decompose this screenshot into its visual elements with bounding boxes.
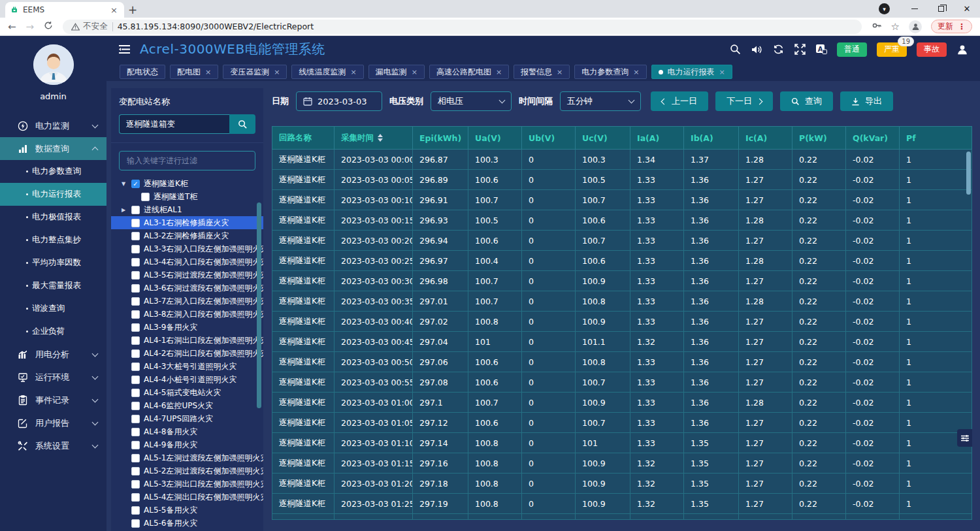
tree-item[interactable]: AL4-7UPS回路火灾 [111,412,263,425]
tree-checkbox[interactable] [131,362,140,371]
back-icon[interactable]: ← [8,21,16,33]
header-cell-Uc(V)[interactable]: Uc(V) [576,127,630,150]
close-window-button[interactable]: ✕ [954,0,980,18]
tab-配电状态[interactable]: 配电状态 [120,65,165,79]
sidebar-item-电力监测[interactable]: 电力监测 [0,114,106,137]
browser-update-button[interactable]: 更新 ⋮ [931,20,972,33]
tab-close-icon[interactable]: × [412,68,417,76]
header-cell-Ia(A)[interactable]: Ia(A) [630,127,684,150]
tree-item[interactable]: AL3-4右洞入口段右侧加强照明火灾 [111,255,263,268]
tree-item[interactable]: AL5-5备用火灾 [111,504,263,517]
tab-线缆温度监测[interactable]: 线缆温度监测× [291,65,363,79]
tab-配电图[interactable]: 配电图× [170,65,218,79]
caret-down-icon[interactable]: ▼ [120,181,127,187]
user-icon[interactable] [956,44,968,56]
hamburger-menu-icon[interactable] [118,44,131,54]
tree-checkbox[interactable] [131,336,140,345]
tree-checkbox[interactable] [131,415,140,423]
query-button[interactable]: 查询 [780,91,833,111]
station-search-input[interactable]: 逐桐隧道箱变 [119,114,229,134]
alarm-badge-accident[interactable]: 事故 [917,42,947,57]
prev-day-button[interactable]: 上一日 [651,91,708,111]
alarm-badge-normal[interactable]: 普通 [837,42,867,57]
tree-checkbox[interactable] [131,284,140,293]
date-picker[interactable]: 2023-03-03 [296,91,382,111]
tree-checkbox[interactable] [131,519,140,528]
station-search-button[interactable] [229,114,255,134]
tree-scrollbar[interactable] [257,202,261,408]
header-cell-Ub(V)[interactable]: Ub(V) [522,127,576,150]
sidebar-subitem-电力运行报表[interactable]: 电力运行报表 [0,183,106,206]
tree-filter-input[interactable]: 输入关键字进行过滤 [119,151,255,170]
refresh-icon[interactable] [772,44,784,56]
tab-报警信息[interactable]: 报警信息× [514,65,570,79]
tree-checkbox[interactable]: ✓ [131,180,140,188]
tree-checkbox[interactable] [131,297,140,306]
header-cell-Pf[interactable]: Pf [900,127,972,150]
sidebar-subitem-电力整点集抄[interactable]: 电力整点集抄 [0,229,106,251]
tree-item[interactable]: ▼✓逐桐隧道K柜 [111,177,263,190]
tab-电力参数查询[interactable]: 电力参数查询× [574,65,646,79]
new-tab-button[interactable]: + [124,2,141,18]
tab-漏电监测[interactable]: 漏电监测× [368,65,425,79]
sidebar-item-系统设置[interactable]: 系统设置 [0,434,106,457]
tree-item[interactable]: AL5-2左洞过渡段右侧加强照明火灾 [111,464,263,477]
next-day-button[interactable]: 下一日 [715,91,773,111]
tree-checkbox[interactable] [131,349,140,358]
header-cell-Ic(A)[interactable]: Ic(A) [739,127,792,150]
tree-checkbox[interactable] [131,219,140,227]
sidebar-subitem-谐波查询[interactable]: 谐波查询 [0,297,106,320]
maximize-button[interactable] [928,0,954,18]
tree-item[interactable]: ▶进线柜AL1 [111,203,263,216]
tree-item[interactable]: AL5-4左洞出口段右侧加强照明火灾 [111,491,263,504]
sidebar-item-用户报告[interactable]: 用户报告 [0,411,106,434]
tab-变压器监测[interactable]: 变压器监测× [223,65,287,79]
tab-close-icon[interactable]: × [496,68,502,76]
tree-checkbox[interactable] [131,206,140,214]
tab-close-icon[interactable]: × [633,68,639,76]
tree-checkbox[interactable] [131,232,140,240]
tab-close-icon[interactable]: × [350,68,356,76]
browser-tab[interactable]: EEMS × [5,2,124,18]
tree-item[interactable]: AL3-7左洞入口段左侧加强照明火灾 [111,295,263,308]
user-avatar[interactable] [33,44,74,85]
forward-icon[interactable]: → [26,21,35,33]
reload-icon[interactable] [44,21,53,33]
tree-checkbox[interactable] [131,245,140,253]
tree-checkbox[interactable] [141,193,150,201]
sidebar-item-运行环境[interactable]: 运行环境 [0,366,106,389]
tree-item[interactable]: AL3-3右洞入口段左侧加强照明火灾 [111,242,263,255]
tab-close-icon[interactable]: × [719,68,725,76]
tree-item[interactable]: AL4-4小桩号引道照明火灾 [111,373,263,386]
tree-item[interactable]: AL3-6右洞过渡段右侧加强照明火灾 [111,282,263,295]
tree-item[interactable]: AL5-1左洞过渡段左侧加强照明火灾 [111,451,263,464]
sort-icon[interactable] [378,134,383,142]
export-button[interactable]: 导出 [840,91,893,111]
tree-checkbox[interactable] [131,480,140,489]
caret-right-icon[interactable]: ▶ [120,207,127,213]
tree-item[interactable]: AL4-5箱式变电站火灾 [111,386,263,399]
tab-close-icon[interactable]: × [205,68,211,76]
tree-item[interactable]: AL4-3大桩号引道照明火灾 [111,360,263,373]
tree-item[interactable]: AL4-8备用火灾 [111,425,263,438]
tab-close-icon[interactable]: × [557,68,563,76]
sidebar-subitem-平均功率因数[interactable]: 平均功率因数 [0,251,106,274]
tree-checkbox[interactable] [131,310,140,319]
sidebar-subitem-最大需量报表[interactable]: 最大需量报表 [0,274,106,297]
header-cell-Ib(A)[interactable]: Ib(A) [684,127,739,150]
table-settings-handle[interactable] [957,429,972,447]
tree-checkbox[interactable] [131,493,140,502]
tab-close-icon[interactable]: × [109,5,119,15]
translate-icon[interactable]: A [815,44,827,56]
tree-checkbox[interactable] [131,467,140,475]
alarm-badge-severe[interactable]: 严重19 [877,42,907,57]
address-bar[interactable]: 不安全 45.81.195.134:8090/3000WEBV2/Electri… [63,20,861,34]
tree-checkbox[interactable] [131,506,140,515]
header-cell-回路名称[interactable]: 回路名称 [272,127,335,150]
tree-item[interactable]: AL4-6监控UPS火灾 [111,399,263,412]
tree-checkbox[interactable] [131,389,140,397]
tree-checkbox[interactable] [131,323,140,332]
header-cell-P(kW)[interactable]: P(kW) [792,127,846,150]
tree-checkbox[interactable] [131,258,140,266]
tree-item[interactable]: AL5-3左洞出口段左侧加强照明火灾 [111,477,263,491]
